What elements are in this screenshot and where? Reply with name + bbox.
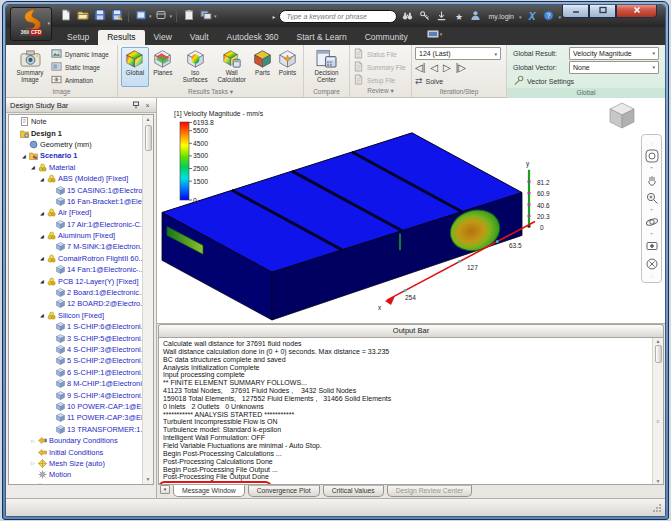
iteration-selector[interactable]: 124 (Last)▾ (415, 47, 501, 60)
viewport-3d[interactable]: y 81.2 60.9 40.6 20.3 0 254 (157, 98, 665, 324)
output-log[interactable]: Calculate wall distance for 37691 fluid … (159, 338, 652, 484)
points-button[interactable]: Points (275, 47, 300, 87)
scroll-up-icon[interactable]: ▲ (146, 115, 151, 124)
search-flyout-arrow-icon[interactable]: ▸ (272, 13, 275, 20)
dropdown-arrow-icon[interactable]: ▾ (650, 208, 652, 211)
screens-button[interactable] (198, 9, 213, 24)
pan-hand-icon[interactable] (644, 172, 659, 187)
open-file-button[interactable] (75, 9, 90, 24)
favorites-star-icon[interactable]: ★ (452, 10, 465, 23)
output-tab-critical-values[interactable]: Critical Values (323, 485, 384, 497)
subscription-key-icon[interactable] (418, 10, 431, 23)
maximize-button[interactable] (589, 4, 616, 18)
vector-settings-button[interactable]: Vector Settings (513, 75, 574, 87)
dynamic-image-button[interactable]: Dynamic Image (51, 48, 109, 60)
tree-item[interactable]: Note (9, 116, 142, 127)
box-tool-button[interactable] (154, 9, 169, 24)
ui-toggle-button[interactable]: ▾ (427, 25, 443, 43)
tree-item[interactable]: ◢Silicon [Fixed] (9, 310, 142, 321)
tree-expand-arrow-icon[interactable]: ▷ (29, 438, 37, 444)
tree-item[interactable]: ◢ABS (Molded) [Fixed] (9, 173, 142, 184)
tree-item[interactable]: 15 CASING:1@Electro... (9, 184, 142, 195)
dropdown-arrow-icon[interactable]: ▾ (650, 232, 652, 235)
global-result-selector[interactable]: Velocity Magnitude▾ (569, 47, 659, 60)
tree-item[interactable]: 17 Air:1@Electronic-C... (9, 219, 142, 230)
scrollbar-thumb[interactable] (145, 125, 152, 151)
step-first-button[interactable]: ◁| (415, 62, 425, 73)
tree-item[interactable]: 1 S-CHIP:6@Electroni... (9, 321, 142, 332)
global-results-button[interactable]: Global (121, 47, 149, 87)
view-cube[interactable] (607, 101, 637, 131)
tree-item[interactable]: ◢ComairRotron FlightII 60... (9, 253, 142, 264)
step-previous-button[interactable]: ◁ (430, 62, 438, 73)
wall-calculator-button[interactable]: Wall Calculator (213, 47, 250, 87)
tree-expand-arrow-icon[interactable]: ◢ (38, 255, 46, 261)
summary-image-button[interactable]: Summary Image (9, 47, 51, 87)
planes-button[interactable]: Planes (149, 47, 177, 87)
sign-in-icon[interactable] (435, 10, 448, 23)
app-menu-button[interactable]: 360CFD ▾ (10, 7, 52, 41)
tree-item[interactable]: ◢PCB 12-Layer(Y) [Fixed] (9, 275, 142, 286)
dropdown-arrow-icon[interactable]: ▾ (214, 13, 217, 19)
tree-item[interactable]: 11 POWER-CAP:3@El... (9, 412, 142, 423)
save-as-button[interactable] (109, 9, 124, 24)
username-label[interactable]: my.login (486, 13, 516, 20)
tree-expand-arrow-icon[interactable]: ◢ (38, 210, 46, 216)
tree-item[interactable]: 2 Board:1@Electronic... (9, 287, 142, 298)
tree-item[interactable]: ▷Mesh Size (auto) (9, 458, 142, 469)
tree-item[interactable]: 12 BOARD:2@Electro... (9, 298, 142, 309)
search-binoculars-icon[interactable] (401, 10, 414, 23)
group-label-review[interactable]: Review ▾ (350, 86, 411, 97)
exchange-apps-icon[interactable]: X (525, 10, 538, 23)
orbit-icon[interactable] (644, 214, 659, 229)
tab-results[interactable]: Results (98, 30, 144, 45)
step-last-button[interactable]: |▷ (456, 62, 466, 73)
tree-item[interactable]: ◢Material (9, 162, 142, 173)
dropdown-arrow-icon[interactable]: ▾ (650, 166, 652, 169)
resize-grip[interactable] (652, 503, 662, 513)
tab-setup[interactable]: Setup (58, 30, 98, 45)
scroll-down-icon[interactable]: ▼ (146, 475, 151, 484)
tree-expand-arrow-icon[interactable]: ◢ (38, 312, 46, 318)
tree-item[interactable]: Motion (9, 469, 142, 480)
tab-view[interactable]: View (145, 30, 181, 45)
tree-item[interactable]: 6 S-CHIP:1@Electroni... (9, 367, 142, 378)
look-at-icon[interactable] (644, 238, 659, 253)
steering-wheel-icon[interactable] (644, 148, 659, 163)
decision-center-button[interactable]: Decision Center (307, 47, 346, 87)
tree-item[interactable]: 14 Fan:1@Electronic-... (9, 264, 142, 275)
user-dropdown-icon[interactable]: ▾ (519, 14, 522, 20)
tab-autodesk-360[interactable]: Autodesk 360 (218, 30, 288, 45)
tree-expand-arrow-icon[interactable]: ◢ (38, 278, 46, 284)
scroll-down-icon[interactable]: ▼ (656, 478, 661, 484)
tree-expand-arrow-icon[interactable]: ◢ (38, 176, 46, 182)
navbar-handle-icon[interactable]: ○ (650, 141, 653, 145)
dropdown-arrow-icon[interactable]: ▾ (149, 13, 152, 19)
tree-item[interactable]: ◢Scenario 1 (9, 150, 142, 161)
tree-item[interactable]: Design 1 (9, 127, 142, 138)
tree-item[interactable]: 16 Fan-Bracket:1@Ele... (9, 196, 142, 207)
center-view-icon[interactable] (644, 256, 659, 271)
dropdown-arrow-icon[interactable]: ▾ (170, 13, 173, 19)
tree-item[interactable]: 5 S-CHIP:2@Electroni... (9, 355, 142, 366)
setup-file-button[interactable]: Setup File (353, 74, 406, 86)
animation-button[interactable]: Animation (51, 74, 109, 86)
output-tab-design-review-center[interactable]: Design Review Center (387, 485, 473, 497)
navbar-handle-icon[interactable]: ○ (650, 274, 653, 278)
output-collapse-button[interactable]: ▾ (160, 485, 170, 494)
tab-community[interactable]: Community (356, 30, 417, 45)
help-icon[interactable]: ? (542, 10, 555, 23)
tree-item[interactable]: 3 S-CHIP:5@Electroni... (9, 332, 142, 343)
output-tab-convergence-plot[interactable]: Convergence Plot (248, 485, 320, 497)
tree-expand-arrow-icon[interactable]: ◢ (20, 153, 28, 159)
summary-file-button[interactable]: Summary File (353, 61, 406, 73)
tree-item[interactable]: 4 S-CHIP:3@Electroni... (9, 344, 142, 355)
solve-button[interactable]: ⇄Solve (415, 75, 503, 87)
status-file-button[interactable]: Status File (353, 48, 406, 60)
tree-item[interactable]: Initial Conditions (9, 446, 142, 457)
tree-item[interactable]: 7 M-SINK:1@Electron... (9, 241, 142, 252)
user-icon[interactable] (469, 10, 482, 23)
tree-item[interactable]: 13 TRANSFORMER:1... (9, 424, 142, 435)
tree-item[interactable]: 10 POWER-CAP:1@El... (9, 401, 142, 412)
scroll-up-icon[interactable]: ▲ (656, 338, 661, 344)
